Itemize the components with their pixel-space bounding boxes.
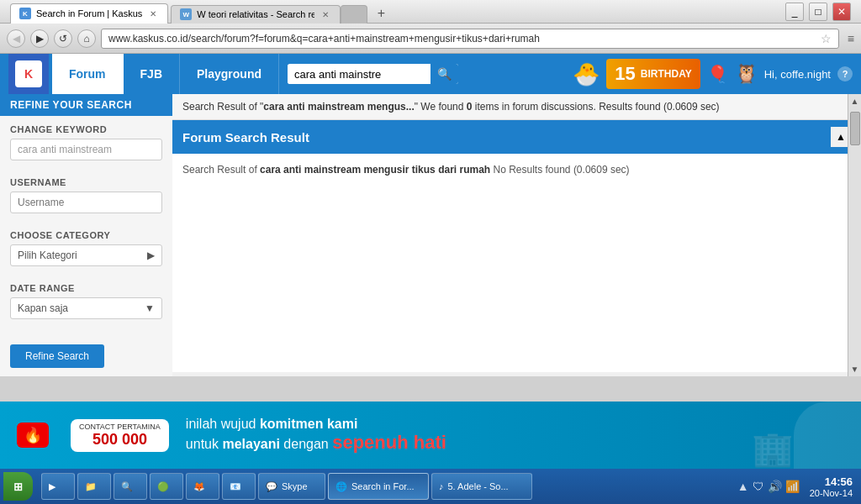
volume-icon[interactable]: 🔊 — [768, 480, 782, 493]
owl-icon: 🦉 — [735, 63, 758, 85]
tab-empty[interactable] — [341, 5, 367, 24]
scrollbar[interactable]: ▲ ▼ — [848, 94, 861, 376]
tab-favicon-2: W — [180, 8, 192, 20]
app3-icon: 📧 — [230, 481, 241, 492]
header-right: 🐣 15 BIRTHDAY 🎈 🦉 Hi, coffe.night ? — [573, 59, 853, 89]
category-select[interactable]: Pilih Kategori ▶ — [10, 244, 162, 266]
scroll-down-arrow[interactable]: ▼ — [848, 362, 861, 376]
back-button[interactable]: ◀ — [7, 29, 25, 48]
music-label: 5. Adele - So... — [448, 481, 509, 491]
start-button[interactable]: ⊞ — [3, 472, 33, 501]
birthday-banner: 15 BIRTHDAY — [606, 59, 700, 89]
summary-suffix2: items in forum discussions. Results foun… — [472, 101, 719, 113]
keyword-label: CHANGE KEYWORD — [10, 124, 162, 134]
taskbar-right: ▲ 🛡 🔊 📶 14:56 20-Nov-14 — [737, 475, 858, 498]
arrow-up-icon[interactable]: ▲ — [737, 480, 749, 493]
result-body: Search Result of cara anti mainstream me… — [172, 154, 861, 372]
site-search-box: 🔍 — [288, 64, 458, 84]
home-button[interactable]: ⌂ — [77, 29, 96, 48]
ad-logo-top: CONTACT PERTAMINA — [79, 423, 161, 431]
menu-icon[interactable]: ≡ — [848, 32, 854, 45]
username-label: USERNAME — [10, 177, 162, 187]
date-label: DATE RANGE — [10, 283, 162, 293]
forward-button[interactable]: ▶ — [30, 29, 49, 48]
taskbar: ⊞ ▶ 📁 🔍 🟢 🦊 📧 💬 Skype 🌐 Search in For...… — [0, 469, 861, 504]
result-body-prefix: Search Result of — [182, 164, 260, 176]
ad-line2: untuk melayani dengan sepenuh hati — [186, 432, 446, 454]
result-query-full: cara anti mainstream mengusir tikus dari… — [260, 164, 490, 176]
address-bar[interactable]: www.kaskus.co.id/search/forum?f=forum&q=… — [101, 29, 839, 49]
scroll-thumb[interactable] — [850, 112, 860, 145]
new-tab-button[interactable]: + — [371, 3, 391, 24]
refine-search-button[interactable]: Refine Search — [10, 344, 104, 368]
taskbar-logo3-button[interactable]: 📧 — [222, 473, 256, 500]
tab-close-2[interactable]: ✕ — [320, 8, 331, 20]
taskbar-logo2-button[interactable]: 🦊 — [186, 473, 219, 500]
help-button[interactable]: ? — [837, 66, 853, 81]
result-header: Forum Search Result ▲ — [172, 120, 861, 154]
tab-active[interactable]: K Search in Forum | Kaskus ✕ — [10, 3, 168, 24]
taskbar-chrome-button[interactable]: 🌐 Search in For... — [328, 473, 429, 500]
date-dropdown[interactable]: Kapan saja ▼ — [10, 297, 162, 319]
chrome-icon: 🌐 — [335, 481, 347, 492]
main-content: Search Result of "cara anti mainstream m… — [172, 94, 861, 376]
network-icon[interactable]: 📶 — [785, 480, 800, 493]
username-input[interactable] — [10, 192, 162, 213]
taskbar-logo1-button[interactable]: 🟢 — [150, 473, 183, 500]
result-title: Forum Search Result — [182, 130, 309, 144]
site-search-input[interactable] — [288, 65, 430, 84]
security-icon[interactable]: 🛡 — [753, 480, 764, 493]
system-tray: ▲ 🛡 🔊 📶 — [737, 480, 800, 493]
sidebar-header: REFINE YOUR SEARCH — [0, 94, 172, 116]
maximize-button[interactable]: □ — [809, 3, 827, 21]
site-header: K Forum FJB Playground 🔍 🐣 15 BIRTHDAY 🎈… — [0, 54, 861, 94]
taskbar-skype-button[interactable]: 💬 Skype — [258, 473, 325, 500]
skype-label: Skype — [282, 481, 308, 491]
ad-text: inilah wujud komitmen kami untuk melayan… — [186, 417, 446, 454]
browser-titlebar: K Search in Forum | Kaskus ✕ W W teori r… — [0, 0, 861, 24]
site-search-button[interactable]: 🔍 — [430, 64, 458, 84]
clock-time: 14:56 — [810, 475, 853, 488]
sidebar: REFINE YOUR SEARCH CHANGE KEYWORD USERNA… — [0, 94, 172, 376]
scroll-up-arrow[interactable]: ▲ — [848, 94, 861, 108]
taskbar-music-button[interactable]: ♪ 5. Adele - So... — [431, 473, 532, 500]
summary-suffix: " We found — [415, 101, 467, 113]
keyword-input[interactable] — [10, 139, 162, 160]
media-icon: ▶ — [49, 481, 55, 492]
taskbar-magnifier-button[interactable]: 🔍 — [114, 473, 147, 500]
refine-section: Refine Search — [0, 328, 172, 376]
category-label: CHOOSE CATEGORY — [10, 230, 162, 240]
kaskus-logo[interactable]: K — [8, 54, 49, 94]
balloon-icon: 🎈 — [707, 64, 728, 84]
search-summary: Search Result of "cara anti mainstream m… — [172, 94, 861, 120]
close-button[interactable]: ✕ — [832, 3, 851, 21]
tab-favicon-1: K — [19, 8, 31, 19]
result-area: Forum Search Result ▲ Search Result of c… — [172, 120, 861, 372]
ad-red-text: sepenuh hati — [332, 432, 446, 453]
username-section: USERNAME — [0, 169, 172, 222]
ad-fire-icon: 🔥 — [17, 423, 49, 448]
taskbar-files-button[interactable]: 📁 — [77, 473, 111, 500]
birthday-label: BIRTHDAY — [641, 68, 692, 80]
kaskus-logo-inner: K — [15, 60, 42, 87]
skype-icon: 💬 — [266, 481, 277, 492]
app1-icon: 🟢 — [157, 481, 169, 492]
nav-tab-playground[interactable]: Playground — [180, 54, 279, 94]
windows-icon: ⊞ — [13, 480, 23, 493]
nav-tab-forum[interactable]: Forum — [52, 54, 124, 94]
minimize-button[interactable]: _ — [785, 3, 804, 21]
tab-title-2: W teori relativitas - Search re... — [197, 9, 314, 19]
bookmark-icon[interactable]: ☆ — [821, 32, 832, 45]
system-clock[interactable]: 14:56 20-Nov-14 — [805, 475, 858, 498]
keyword-section: CHANGE KEYWORD — [0, 116, 172, 169]
tab-inactive[interactable]: W W teori relativitas - Search re... ✕ — [171, 5, 341, 24]
browser-controls: ◀ ▶ ↺ ⌂ www.kaskus.co.id/search/forum?f=… — [0, 24, 861, 54]
tab-close-1[interactable]: ✕ — [147, 8, 159, 19]
magnifier-icon: 🔍 — [121, 481, 133, 492]
taskbar-media-button[interactable]: ▶ — [41, 473, 75, 500]
refresh-button[interactable]: ↺ — [54, 29, 72, 48]
clock-date: 20-Nov-14 — [810, 488, 853, 498]
summary-prefix: Search Result of " — [182, 101, 263, 113]
result-body-suffix: No Results found (0.0609 sec) — [490, 164, 629, 176]
nav-tab-fjb[interactable]: FJB — [124, 54, 180, 94]
